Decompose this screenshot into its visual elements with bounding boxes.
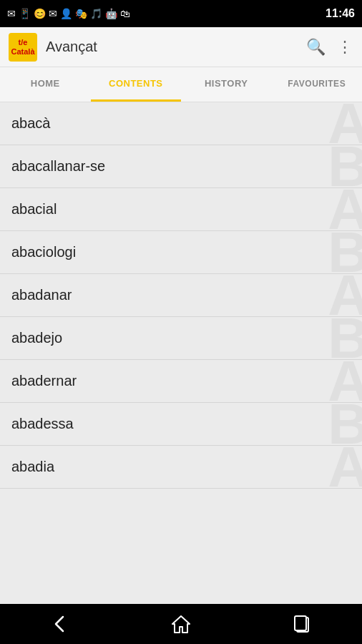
list-item[interactable]: abadia [0, 446, 362, 489]
word-text: abacà [11, 115, 51, 131]
word-text: abadanar [11, 287, 72, 303]
word-text: abacial [11, 201, 57, 217]
music-status-icon: 🎵 [90, 8, 102, 19]
app-logo: t/eCatalà [9, 33, 37, 62]
app-title: Avançat [46, 39, 306, 55]
list-item[interactable]: abadanar [0, 274, 362, 317]
tab-history[interactable]: HISTORY [181, 67, 272, 102]
word-text: abaciologi [11, 244, 76, 260]
home-button[interactable] [160, 610, 202, 638]
list-item[interactable]: abaciologi [0, 231, 362, 274]
app-bar: t/eCatalà Avançat 🔍 ⋮ [0, 27, 362, 67]
smiley-status-icon: 😊 [34, 8, 46, 19]
face-status-icon: 🎭 [75, 8, 87, 19]
mail2-status-icon: ✉ [49, 8, 57, 19]
status-time: 11:46 [326, 7, 355, 20]
tab-bar: HOME CONTENTS HISTORY FAVOURITES [0, 67, 362, 102]
avatar-status-icon: 👤 [60, 8, 72, 19]
tab-favourites[interactable]: FAVOURITES [272, 67, 363, 102]
toolbar-icons: 🔍 ⋮ [306, 38, 353, 57]
mail-status-icon: ✉ [7, 8, 16, 19]
list-item[interactable]: abacà [0, 102, 362, 145]
nav-bar [0, 604, 362, 644]
tab-contents[interactable]: CONTENTS [91, 67, 182, 102]
svg-rect-2 [295, 616, 306, 630]
back-button[interactable] [39, 610, 82, 638]
overflow-menu-icon[interactable]: ⋮ [337, 38, 353, 57]
search-icon[interactable]: 🔍 [306, 38, 326, 57]
android-status-icon: 🤖 [105, 8, 117, 19]
svg-marker-0 [172, 616, 190, 633]
list-item[interactable]: abadessa [0, 403, 362, 446]
app-logo-text: t/eCatalà [11, 38, 34, 55]
list-item[interactable]: abacallanar-se [0, 145, 362, 188]
shop-status-icon: 🛍 [120, 8, 130, 19]
word-text: abacallanar-se [11, 158, 105, 174]
list-item[interactable]: abadernar [0, 360, 362, 403]
word-list: abacàabacallanar-seabacialabaciologiabad… [0, 102, 362, 604]
word-text: abadia [11, 459, 54, 474]
recents-button[interactable] [280, 610, 323, 638]
list-item[interactable]: abacial [0, 188, 362, 231]
word-text: abadernar [11, 373, 77, 389]
list-item[interactable]: abadejo [0, 317, 362, 360]
word-text: abadessa [11, 416, 74, 431]
word-text: abadejo [11, 330, 62, 346]
status-bar: ✉ 📱 😊 ✉ 👤 🎭 🎵 🤖 🛍 11:46 [0, 0, 362, 27]
tab-home[interactable]: HOME [0, 67, 91, 102]
status-icons-left: ✉ 📱 😊 ✉ 👤 🎭 🎵 🤖 🛍 [7, 8, 130, 19]
phone-status-icon: 📱 [19, 8, 31, 19]
